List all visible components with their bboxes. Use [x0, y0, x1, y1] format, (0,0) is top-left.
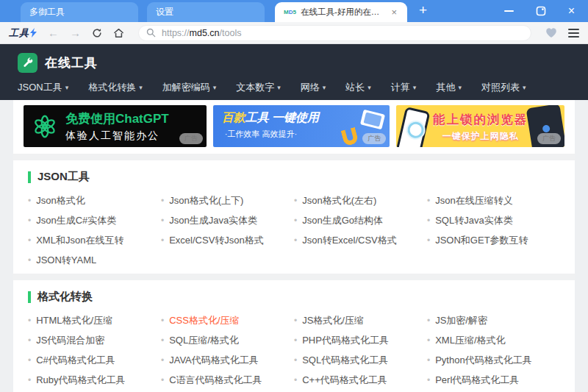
ad-banner-row: 免费使用ChatGPT 体验人工智能办公 广告 百款工具 一键使用 ·工作效率 …	[13, 100, 575, 154]
nav-item[interactable]: 文本数字▾	[236, 81, 281, 94]
bullet-icon: •	[161, 375, 164, 385]
tool-link[interactable]: •SQL转Java实体类	[427, 210, 560, 230]
bullet-icon: •	[427, 375, 430, 385]
bullet-icon: •	[427, 235, 430, 246]
bullet-icon: •	[427, 316, 430, 326]
tool-link[interactable]: •HTML格式化/压缩	[28, 310, 161, 330]
tool-link[interactable]: •Json转Excel/CSV格式	[294, 230, 427, 250]
nav-item[interactable]: 其他▾	[436, 81, 462, 94]
chevron-down-icon: ▾	[413, 84, 417, 91]
section-accent-bar	[28, 171, 31, 183]
chevron-down-icon: ▾	[213, 84, 217, 91]
site-title: 在线工具	[45, 54, 98, 71]
tool-link[interactable]: •Json在线压缩转义	[427, 190, 560, 210]
tool-link[interactable]: •C语言代码格式化工具	[161, 370, 294, 390]
tool-link[interactable]: •C#代码格式化工具	[28, 350, 161, 370]
search-icon	[146, 28, 156, 38]
tab-duoyu-tools[interactable]: 多御工具	[21, 2, 138, 22]
tab-label: 设置	[156, 6, 173, 18]
url-text: https://md5.cn/tools	[162, 28, 241, 38]
tool-section: JSON工具•Json格式化•Json格式化(上下)•Json格式化(左右)•J…	[13, 160, 575, 274]
section-accent-bar	[28, 291, 31, 303]
site-logo[interactable]	[18, 53, 37, 73]
new-tab-button[interactable]: +	[419, 2, 427, 18]
tab-label: 多御工具	[29, 6, 65, 18]
tool-link[interactable]: •CSS格式化/压缩	[161, 310, 294, 330]
browser-brand-logo[interactable]: 工具	[9, 26, 37, 40]
nav-item[interactable]: 格式化转换▾	[88, 81, 143, 94]
tool-link[interactable]: •XML压缩/格式化	[427, 330, 560, 350]
refresh-button[interactable]	[92, 28, 102, 38]
tool-link[interactable]: •JSON转YAML	[28, 250, 161, 270]
nav-item[interactable]: JSON工具▾	[18, 81, 68, 94]
favorites-button[interactable]	[545, 27, 557, 38]
bullet-icon: •	[28, 255, 31, 266]
bullet-icon: •	[294, 355, 297, 366]
tool-link[interactable]: •Perl代码格式化工具	[427, 370, 560, 390]
bullet-icon: •	[294, 335, 297, 346]
site-nav: JSON工具▾格式化转换▾加解密编码▾文本数字▾网络▾站长▾计算▾其他▾对照列表…	[18, 74, 570, 100]
restore-icon	[536, 6, 546, 16]
tool-link[interactable]: •PHP代码格式化工具	[294, 330, 427, 350]
forward-button[interactable]: →	[70, 26, 81, 39]
tool-link[interactable]: •XML和Json在线互转	[28, 230, 161, 250]
chevron-down-icon: ▾	[368, 84, 371, 91]
back-button[interactable]: ←	[48, 26, 59, 39]
md5-favicon-icon: MD5	[284, 9, 296, 15]
ad-browser-banner[interactable]: 能上锁的浏览器 一键保护上网隐私 广告	[396, 105, 564, 147]
chevron-down-icon: ▾	[139, 84, 143, 91]
tool-link[interactable]: •Excel/CSV转Json格式	[161, 230, 294, 250]
page-content: 免费使用ChatGPT 体验人工智能办公 广告 百款工具 一键使用 ·工作效率 …	[13, 100, 575, 392]
tool-link[interactable]: •Json生成Java实体类	[161, 210, 294, 230]
bullet-icon: •	[28, 375, 31, 385]
bullet-icon: •	[28, 335, 31, 346]
tab-online-tools-active[interactable]: MD5 在线工具-好用的在线工具都... ×	[275, 2, 407, 22]
bullet-icon: •	[28, 355, 31, 366]
chevron-down-icon: ▾	[65, 84, 69, 91]
nav-item[interactable]: 对照列表▾	[481, 81, 526, 94]
bullet-icon: •	[294, 215, 297, 226]
tool-link[interactable]: •JS格式化/压缩	[294, 310, 427, 330]
bullet-icon: •	[294, 375, 297, 385]
bullet-icon: •	[294, 316, 297, 326]
minimize-button[interactable]	[504, 10, 514, 12]
tool-link[interactable]: •Json格式化(上下)	[161, 190, 294, 210]
restore-button[interactable]	[536, 6, 546, 16]
tool-link[interactable]: •Json格式化	[28, 190, 161, 210]
ad-tools-banner[interactable]: 百款工具 一键使用 ·工作效率 高效提升· 广告	[213, 105, 390, 147]
tool-link[interactable]: •Ruby代码格式化工具	[28, 370, 161, 390]
bullet-icon: •	[161, 215, 164, 226]
nav-item[interactable]: 计算▾	[391, 81, 417, 94]
bullet-icon: •	[427, 335, 430, 346]
tool-link[interactable]: •C++代码格式化工具	[294, 370, 427, 390]
nav-item[interactable]: 网络▾	[301, 81, 326, 94]
nav-item[interactable]: 站长▾	[345, 81, 371, 94]
ad-tag: 广告	[537, 133, 561, 144]
tool-link[interactable]: •JSON和GET参数互转	[427, 230, 560, 250]
tool-link[interactable]: •Json生成C#实体类	[28, 210, 161, 230]
ad-chatgpt-banner[interactable]: 免费使用ChatGPT 体验人工智能办公 广告	[24, 105, 207, 147]
tool-link[interactable]: •SQL压缩/格式化	[161, 330, 294, 350]
bullet-icon: •	[427, 355, 430, 366]
tool-link[interactable]: •SQL代码格式化工具	[294, 350, 427, 370]
close-button[interactable]: ×	[568, 5, 575, 17]
tool-link[interactable]: •Json生成Go结构体	[294, 210, 427, 230]
heart-icon	[545, 27, 557, 38]
tab-settings[interactable]: 设置	[147, 2, 265, 22]
content-sections: JSON工具•Json格式化•Json格式化(上下)•Json格式化(左右)•J…	[13, 160, 575, 392]
tab-close-icon[interactable]: ×	[390, 7, 398, 18]
chevron-down-icon: ▾	[323, 84, 326, 91]
home-button[interactable]	[113, 28, 124, 38]
browser-tab-bar: 多御工具 设置 MD5 在线工具-好用的在线工具都... × + ×	[0, 0, 588, 22]
browser-toolbar: 工具 ← → https://md5.cn/tools	[0, 22, 588, 44]
nav-item[interactable]: 加解密编码▾	[162, 81, 217, 94]
tool-link[interactable]: •JAVA代码格式化工具	[161, 350, 294, 370]
tool-link[interactable]: •Json格式化(左右)	[294, 190, 427, 210]
bullet-icon: •	[28, 316, 31, 326]
tool-link[interactable]: •JS代码混合加密	[28, 330, 161, 350]
bullet-icon: •	[28, 235, 31, 246]
address-bar[interactable]: https://md5.cn/tools	[138, 25, 531, 41]
tool-link[interactable]: •Python代码格式化工具	[427, 350, 560, 370]
menu-button[interactable]	[568, 29, 579, 38]
tool-link[interactable]: •JS加密/解密	[427, 310, 560, 330]
